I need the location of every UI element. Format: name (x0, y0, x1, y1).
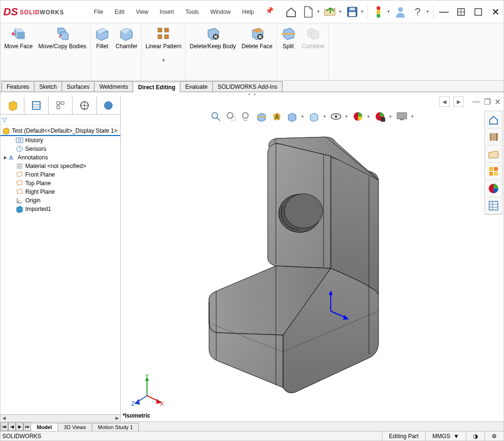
property-tab[interactable] (24, 96, 48, 114)
zoom-fit-icon[interactable] (209, 110, 222, 123)
display-style-dropdown[interactable]: ▼ (323, 115, 327, 119)
section-view-icon[interactable] (255, 110, 268, 123)
status-opts-icon[interactable]: ⚙ (484, 431, 504, 441)
restore-window[interactable] (453, 4, 469, 20)
dock-library-icon[interactable] (485, 128, 502, 146)
tree-material[interactable]: Material <not specified> (0, 162, 120, 170)
chamfer-button[interactable]: Chamfer (113, 25, 140, 50)
next-view[interactable]: ▶ (453, 96, 464, 107)
dock-appearances-icon[interactable] (485, 180, 502, 197)
split-button[interactable]: Split (278, 25, 299, 50)
menu-view[interactable]: View (131, 7, 153, 17)
delete-keep-body-button[interactable]: Delete/Keep Body (187, 25, 239, 50)
orientation-triad[interactable]: Y X Z (130, 374, 164, 408)
render-icon[interactable] (395, 110, 409, 123)
help-button[interactable]: ? (410, 4, 426, 20)
linear-pattern-dropdown[interactable]: ▼ (162, 58, 166, 63)
new-button[interactable] (300, 4, 316, 20)
status-units[interactable]: MMGS ▼ (425, 431, 466, 441)
tab-features[interactable]: Features (1, 81, 34, 92)
open-dropdown[interactable]: ▼ (338, 10, 343, 14)
tab-weldments[interactable]: Weldments (94, 81, 133, 92)
tree-history[interactable]: History (0, 136, 120, 145)
hide-show-icon[interactable] (329, 110, 343, 123)
menu-file[interactable]: File (89, 7, 108, 17)
viewport-minimize[interactable]: — (472, 97, 480, 106)
linear-pattern-button[interactable]: Linear Pattern ▼ (143, 25, 184, 64)
tab-addins[interactable]: SOLIDWORKS Add-Ins (212, 81, 283, 92)
graphics-viewport[interactable]: ◀ ▶ — ❐ ✕ A ▼ ▼ ▼ ▼ ▼ ▼ (121, 96, 504, 421)
display-tab[interactable] (97, 96, 120, 114)
menu-tools[interactable]: Tools (181, 7, 204, 17)
tab-motion-study[interactable]: Motion Study 1 (92, 423, 139, 431)
delete-face-button[interactable]: Delete Face (239, 25, 275, 50)
prev-view[interactable]: ◀ (439, 96, 450, 107)
ribbon-grip[interactable]: ● ● (0, 92, 504, 96)
tab-prev[interactable]: ◀ (8, 422, 16, 431)
rebuild-button[interactable] (370, 4, 387, 20)
view-orientation-icon[interactable] (285, 110, 299, 123)
tree-origin[interactable]: Origin (0, 196, 120, 205)
viewport-restore[interactable]: ❐ (484, 97, 491, 106)
fillet-button[interactable]: Fillet (92, 25, 113, 50)
menu-window[interactable]: Window (206, 7, 236, 17)
move-face-button[interactable]: Move Face (1, 25, 35, 50)
user-button[interactable] (392, 4, 409, 20)
new-dropdown[interactable]: ▼ (316, 10, 321, 14)
rebuild-dropdown[interactable]: ▼ (387, 10, 391, 14)
model-3d[interactable] (188, 135, 407, 402)
tab-evaluate[interactable]: Evaluate (180, 81, 213, 92)
tree-root[interactable]: Test (Default<<Default>_Display State 1> (0, 126, 120, 136)
tab-3d-views[interactable]: 3D Views (58, 423, 92, 431)
menu-insert[interactable]: Insert (155, 7, 179, 17)
dimxpert-tab[interactable] (73, 96, 96, 114)
pin-icon[interactable]: 📌 (265, 7, 273, 17)
dock-home-icon[interactable] (485, 111, 502, 128)
tree-sensors[interactable]: Sensors (0, 145, 120, 153)
minimize-window[interactable]: — (436, 4, 452, 20)
previous-view-icon[interactable] (240, 110, 253, 123)
help-dropdown[interactable]: ▼ (426, 10, 430, 14)
open-button[interactable] (322, 4, 338, 20)
viewport-close[interactable]: ✕ (494, 97, 501, 106)
move-copy-bodies-button[interactable]: Move/Copy Bodies (35, 25, 89, 50)
scene-icon[interactable] (373, 110, 387, 123)
dynamic-annotate-icon[interactable]: A (270, 110, 284, 123)
tab-last[interactable]: ⏭ (23, 422, 31, 431)
menu-edit[interactable]: Edit (110, 7, 129, 17)
tree-right-plane[interactable]: Right Plane (0, 188, 120, 196)
tab-model[interactable]: Model (31, 423, 58, 431)
tab-first[interactable]: ⏮ (0, 422, 8, 431)
display-style-icon[interactable] (307, 110, 321, 123)
appearance-icon[interactable] (351, 110, 365, 123)
menu-help[interactable]: Help (237, 7, 259, 17)
scene-dropdown[interactable]: ▼ (388, 115, 393, 119)
tab-surfaces[interactable]: Surfaces (62, 81, 94, 92)
tree-annotations[interactable]: ▶AAnnotations (0, 153, 120, 162)
appearance-dropdown[interactable]: ▼ (367, 115, 371, 119)
save-dropdown[interactable]: ▼ (360, 10, 365, 14)
view-orientation-dropdown[interactable]: ▼ (301, 115, 305, 119)
save-button[interactable] (344, 4, 360, 20)
dock-explorer-icon[interactable] (485, 146, 502, 163)
home-button[interactable] (283, 4, 299, 20)
filter-icon[interactable]: ▽ (2, 116, 7, 124)
filter-row[interactable]: ▽ (0, 115, 120, 126)
hide-show-dropdown[interactable]: ▼ (345, 115, 349, 119)
dock-view-palette-icon[interactable] (485, 163, 502, 180)
panel-scroll[interactable]: ◀▶ (0, 414, 120, 421)
tab-sketch[interactable]: Sketch (34, 81, 62, 92)
config-tab[interactable] (49, 96, 73, 114)
maximize-window[interactable] (470, 4, 486, 20)
dock-properties-icon[interactable] (485, 197, 502, 214)
close-window[interactable]: ✕ (487, 4, 504, 20)
tree-front-plane[interactable]: Front Plane (0, 170, 120, 179)
feature-tree-tab[interactable] (0, 96, 24, 114)
tree-imported1[interactable]: Imported1 (0, 205, 120, 213)
render-dropdown[interactable]: ▼ (410, 115, 415, 119)
status-macro-icon[interactable]: ◑ (466, 431, 484, 441)
zoom-area-icon[interactable] (224, 110, 238, 123)
tab-next[interactable]: ▶ (16, 422, 23, 431)
tree-top-plane[interactable]: Top Plane (0, 179, 120, 188)
tab-direct-editing[interactable]: Direct Editing (133, 82, 180, 92)
